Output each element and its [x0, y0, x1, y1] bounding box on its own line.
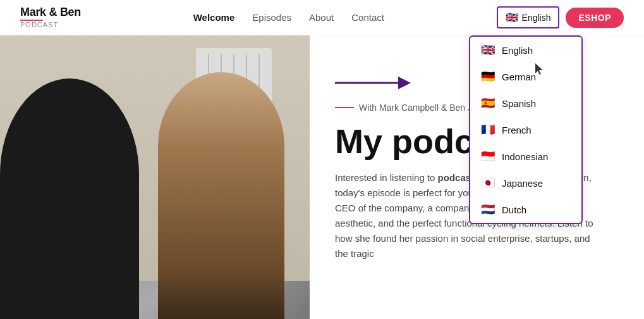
site-header: Mark & Ben Podcast Welcome Episodes Abou…: [0, 0, 644, 35]
nav-welcome[interactable]: Welcome: [193, 12, 235, 23]
lang-german-label: German: [502, 72, 536, 82]
lang-japanese-label: Japanese: [502, 178, 543, 189]
lang-option-spanish[interactable]: 🇪🇸 Spanish: [470, 90, 581, 116]
lang-indonesian-label: Indonesian: [502, 151, 548, 162]
flag-english: 🇬🇧: [480, 43, 495, 57]
hero-image: [0, 35, 310, 319]
language-dropdown: 🇬🇧 English 🇩🇪 German 🇪🇸 Spanish 🇫🇷 Frenc…: [469, 35, 583, 224]
flag-dutch: 🇳🇱: [480, 203, 495, 216]
eshop-button[interactable]: ESHOP: [566, 8, 624, 28]
arrow-icon: [335, 73, 411, 92]
lang-french-label: French: [502, 125, 532, 135]
lang-spanish-label: Spanish: [502, 98, 536, 109]
flag-japanese: 🇯🇵: [480, 176, 495, 190]
desc-part1: Interested in listening to: [335, 172, 438, 183]
lang-option-english[interactable]: 🇬🇧 English: [470, 37, 581, 63]
with-line: [335, 107, 354, 108]
person-silhouette-light: [158, 72, 284, 319]
language-selector-button[interactable]: 🇬🇧 English: [497, 6, 560, 28]
main-nav: Welcome Episodes About Contact: [193, 12, 384, 23]
lang-flag: 🇬🇧: [506, 11, 518, 23]
lang-english-label: English: [502, 45, 533, 56]
lang-option-german[interactable]: 🇩🇪 German: [470, 63, 581, 90]
person-silhouette-dark: [0, 78, 139, 319]
flag-spanish: 🇪🇸: [480, 96, 495, 110]
flag-indonesian: 🇮🇩: [480, 149, 495, 163]
header-right: 🇬🇧 English ESHOP: [497, 6, 624, 28]
lang-dutch-label: Dutch: [502, 204, 526, 215]
flag-german: 🇩🇪: [480, 70, 495, 84]
nav-contact[interactable]: Contact: [351, 12, 384, 23]
lang-option-japanese[interactable]: 🇯🇵 Japanese: [470, 170, 581, 196]
image-placeholder: [0, 35, 310, 319]
lang-label: English: [522, 13, 551, 23]
lang-option-indonesian[interactable]: 🇮🇩 Indonesian: [470, 143, 581, 170]
logo: Mark & Ben Podcast: [20, 6, 81, 29]
svg-marker-8: [398, 77, 411, 89]
nav-episodes[interactable]: Episodes: [252, 12, 291, 23]
nav-about[interactable]: About: [309, 12, 334, 23]
lang-option-french[interactable]: 🇫🇷 French: [470, 116, 581, 143]
logo-subtitle: Podcast: [20, 21, 81, 28]
lang-option-dutch[interactable]: 🇳🇱 Dutch: [470, 196, 581, 223]
flag-french: 🇫🇷: [480, 123, 495, 137]
logo-title: Mark & Ben: [20, 6, 81, 19]
